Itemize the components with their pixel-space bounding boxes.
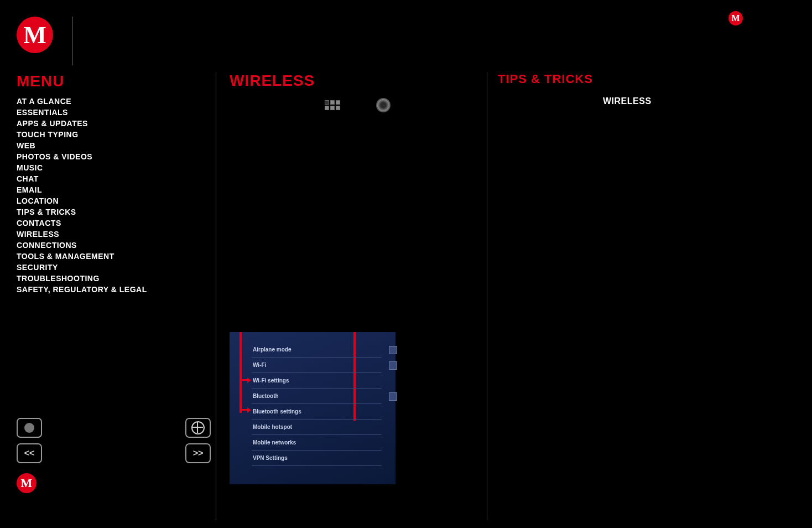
web-button[interactable] <box>185 418 211 438</box>
device-top-illustration <box>325 98 484 112</box>
checkbox-icon[interactable] <box>389 361 397 370</box>
circle-icon <box>24 423 34 433</box>
sidebar: M MENU AT A GLANCE ESSENTIALS APPS & UPD… <box>17 17 199 295</box>
menu-item-location[interactable]: LOCATION <box>17 195 199 206</box>
logo-letter: M <box>23 21 46 49</box>
menu-item-photos-videos[interactable]: PHOTOS & VIDEOS <box>17 151 199 162</box>
setting-label: Bluetooth settings <box>253 408 301 415</box>
back-button[interactable]: << <box>17 443 42 463</box>
callout-arrow-wifi <box>242 377 252 383</box>
menu-item-safety-legal[interactable]: SAFETY, REGULATORY & LEGAL <box>17 284 199 295</box>
motorola-logo: M <box>17 17 53 53</box>
right-nav-buttons: >> <box>185 418 211 463</box>
checkbox-icon[interactable] <box>389 392 397 401</box>
left-nav-buttons: << M <box>17 418 42 493</box>
setting-label: Airplane mode <box>253 346 291 353</box>
forward-button[interactable]: >> <box>185 443 211 463</box>
menu-item-essentials[interactable]: ESSENTIALS <box>17 107 199 118</box>
setting-label: Bluetooth <box>253 393 279 399</box>
menu-item-chat[interactable]: CHAT <box>17 173 199 184</box>
column-divider-1 <box>216 72 216 520</box>
tips-tricks-sub: WIRELESS <box>603 96 697 106</box>
globe-icon <box>191 421 205 434</box>
menu-heading: MENU <box>17 73 199 90</box>
logo-letter: M <box>731 13 740 23</box>
column-divider-2 <box>487 72 487 520</box>
setting-label: Mobile hotspot <box>253 424 292 430</box>
menu-item-connections[interactable]: CONNECTIONS <box>17 240 199 251</box>
setting-label: Wi-Fi settings <box>253 377 289 384</box>
setting-label: Wi-Fi <box>253 362 266 368</box>
setting-airplane-mode[interactable]: Airplane mode <box>252 342 382 358</box>
menu-list: AT A GLANCE ESSENTIALS APPS & UPDATES TO… <box>17 96 199 295</box>
menu-item-music[interactable]: MUSIC <box>17 162 199 173</box>
page-title: WIRELESS <box>230 72 484 90</box>
menu-item-wireless[interactable]: WIRELESS <box>17 229 199 240</box>
menu-item-contacts[interactable]: CONTACTS <box>17 218 199 229</box>
settings-list: Airplane mode Wi-Fi Wi-Fi settings Bluet… <box>252 342 382 466</box>
menu-item-troubleshooting[interactable]: TROUBLESHOOTING <box>17 273 199 284</box>
setting-wifi[interactable]: Wi-Fi <box>252 358 382 373</box>
setting-vpn-settings[interactable]: VPN Settings <box>252 451 382 466</box>
center-column: WIRELESS <box>230 72 484 112</box>
setting-mobile-networks[interactable]: Mobile networks <box>252 435 382 451</box>
tips-tricks-heading: TIPS & TRICKS <box>498 72 697 86</box>
phone-settings-mock: Airplane mode Wi-Fi Wi-Fi settings Bluet… <box>230 332 395 484</box>
logo-divider <box>72 17 72 65</box>
setting-mobile-hotspot[interactable]: Mobile hotspot <box>252 420 382 435</box>
menu-item-security[interactable]: SECURITY <box>17 262 199 273</box>
home-button[interactable] <box>17 418 42 438</box>
camera-lens-icon <box>376 98 391 112</box>
callout-arrow-bluetooth <box>242 407 252 413</box>
menu-item-web[interactable]: WEB <box>17 140 199 151</box>
menu-item-email[interactable]: EMAIL <box>17 184 199 195</box>
setting-label: Mobile networks <box>253 439 296 446</box>
right-column: TIPS & TRICKS WIRELESS <box>498 72 697 106</box>
checkbox-icon[interactable] <box>389 346 397 354</box>
settings-screen: Airplane mode Wi-Fi Wi-Fi settings Bluet… <box>230 332 395 484</box>
setting-bluetooth-settings[interactable]: Bluetooth settings <box>252 404 382 420</box>
setting-wifi-settings[interactable]: Wi-Fi settings <box>252 373 382 389</box>
menu-item-tips-tricks[interactable]: TIPS & TRICKS <box>17 206 199 218</box>
menu-item-at-a-glance[interactable]: AT A GLANCE <box>17 96 199 107</box>
menu-item-apps-updates[interactable]: APPS & UPDATES <box>17 118 199 129</box>
menu-item-touch-typing[interactable]: TOUCH TYPING <box>17 129 199 140</box>
setting-bluetooth[interactable]: Bluetooth <box>252 389 382 404</box>
callout-line-left <box>240 332 242 413</box>
motorola-logo-small: M <box>728 11 743 25</box>
logo-letter: M <box>21 476 33 490</box>
menu-item-tools-management[interactable]: TOOLS & MANAGEMENT <box>17 251 199 262</box>
top-brand-bar: M <box>629 0 812 37</box>
motorola-home-button[interactable]: M <box>17 473 37 493</box>
speaker-grille-icon <box>325 100 340 110</box>
setting-label: VPN Settings <box>253 455 288 461</box>
